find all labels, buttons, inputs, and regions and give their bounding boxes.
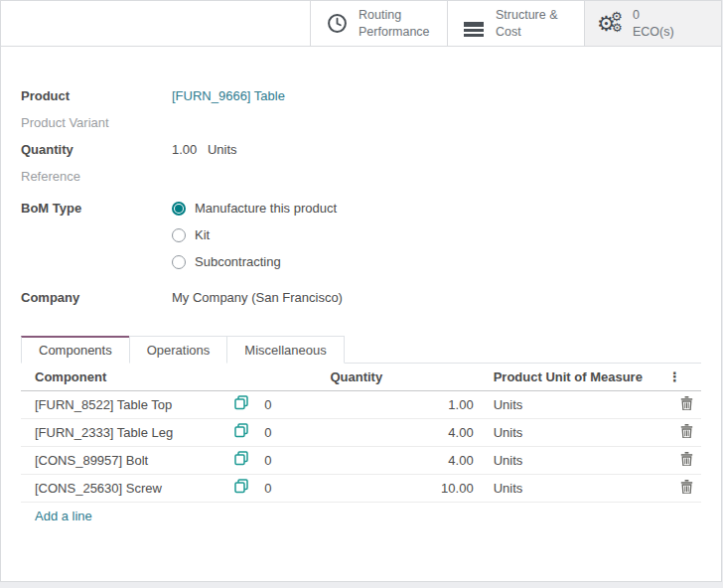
component-cell[interactable]: [FURN_2333] Table Leg: [21, 418, 234, 446]
component-cell[interactable]: [CONS_25630] Screw: [21, 474, 234, 502]
tab-operations[interactable]: Operations: [129, 336, 228, 364]
delete-row-button[interactable]: [668, 390, 701, 418]
reference-label: Reference: [21, 169, 172, 184]
clone-icon[interactable]: [234, 395, 248, 413]
gears-icon: ⚙ ⚙ ⚙: [599, 12, 623, 36]
uom-cell[interactable]: Units: [480, 418, 668, 446]
bom-type-radio-group: Manufacture this product Kit Subcontract…: [172, 195, 337, 275]
eco-count-button[interactable]: ⚙ ⚙ ⚙ 0 ECO(s): [584, 1, 721, 46]
quantity-cell[interactable]: 4.00: [330, 418, 479, 446]
routing-performance-button[interactable]: Routing Performance: [310, 1, 447, 46]
variant-apply-cell[interactable]: [234, 446, 264, 474]
header-uom[interactable]: Product Unit of Measure: [480, 364, 668, 390]
stat-label-line2: Cost: [496, 24, 558, 40]
quantity-cell[interactable]: 4.00: [330, 446, 479, 474]
radio-option-kit[interactable]: Kit: [172, 221, 337, 248]
radio-option-manufacture[interactable]: Manufacture this product: [172, 195, 337, 221]
quantity-label: Quantity: [21, 142, 172, 157]
header-icon-column: [234, 364, 264, 390]
clone-icon[interactable]: [234, 479, 248, 497]
delete-row-button[interactable]: [668, 474, 701, 502]
header-count-column: [264, 364, 330, 390]
product-variant-label: Product Variant: [21, 115, 172, 130]
trash-icon[interactable]: [680, 480, 693, 497]
bom-type-label: BoM Type: [21, 195, 172, 216]
stat-button-label: Routing Performance: [359, 7, 430, 40]
trash-icon[interactable]: [680, 424, 693, 441]
radio-unselected-icon[interactable]: [172, 228, 186, 242]
field-row-quantity: Quantity 1.00 Units: [21, 136, 701, 163]
variant-apply-cell[interactable]: [234, 390, 264, 418]
quantity-uom: Units: [208, 142, 237, 157]
table-row[interactable]: [CONS_89957] Bolt 0 4.00 Units: [21, 446, 701, 474]
eco-label: ECO(s): [633, 24, 674, 40]
form-body: Product [FURN_9666] Table Product Varian…: [1, 47, 721, 311]
company-value[interactable]: My Company (San Francisco): [172, 290, 343, 305]
field-row-reference: Reference: [21, 163, 701, 190]
field-row-product-variant: Product Variant: [21, 109, 701, 136]
radio-option-label: Manufacture this product: [195, 201, 337, 216]
quantity-number[interactable]: 1.00: [172, 142, 197, 157]
kebab-icon[interactable]: ⋮: [668, 369, 681, 384]
stat-label-line1: Structure &: [496, 7, 558, 23]
variant-apply-cell[interactable]: [234, 418, 264, 446]
header-component[interactable]: Component: [21, 364, 234, 390]
stat-button-label: 0 ECO(s): [633, 7, 674, 40]
product-label: Product: [21, 88, 172, 103]
field-row-product: Product [FURN_9666] Table: [21, 82, 701, 109]
radio-selected-icon[interactable]: [172, 202, 186, 216]
stat-label-line1: Routing: [359, 7, 430, 23]
structure-cost-button[interactable]: Structure & Cost: [447, 1, 584, 46]
quantity-value[interactable]: 1.00 Units: [172, 142, 237, 157]
statusbar: Routing Performance Structure & Cost ⚙ ⚙…: [1, 1, 721, 47]
variant-apply-cell[interactable]: [234, 474, 264, 502]
clock-icon: [325, 13, 349, 34]
count-cell[interactable]: 0: [264, 474, 330, 502]
table-row[interactable]: [CONS_25630] Screw 0 10.00 Units: [21, 474, 701, 502]
product-value-link[interactable]: [FURN_9666] Table: [172, 88, 285, 103]
trash-icon[interactable]: [680, 452, 693, 469]
count-cell[interactable]: 0: [264, 418, 330, 446]
tab-miscellaneous[interactable]: Miscellaneous: [226, 336, 344, 364]
count-cell[interactable]: 0: [264, 390, 330, 418]
clone-icon[interactable]: [234, 423, 248, 441]
stat-label-line2: Performance: [359, 24, 430, 40]
quantity-cell[interactable]: 1.00: [330, 390, 479, 418]
radio-unselected-icon[interactable]: [172, 255, 186, 269]
tab-components[interactable]: Components: [21, 336, 130, 364]
radio-option-label: Kit: [195, 227, 210, 242]
table-header-row: Component Quantity Product Unit of Measu…: [21, 364, 701, 390]
bars-icon: [462, 20, 486, 27]
uom-cell[interactable]: Units: [480, 390, 668, 418]
component-cell[interactable]: [FURN_8522] Table Top: [21, 390, 234, 418]
tab-bar: Components Operations Miscellaneous: [21, 336, 701, 364]
optional-columns-toggle[interactable]: ⋮: [668, 364, 701, 390]
uom-cell[interactable]: Units: [480, 446, 668, 474]
stat-button-label: Structure & Cost: [496, 7, 558, 40]
clone-icon[interactable]: [234, 451, 248, 469]
delete-row-button[interactable]: [668, 418, 701, 446]
radio-option-label: Subcontracting: [195, 254, 281, 269]
header-quantity[interactable]: Quantity: [330, 364, 479, 390]
radio-option-subcontracting[interactable]: Subcontracting: [172, 248, 337, 275]
field-row-company: Company My Company (San Francisco): [21, 284, 701, 311]
company-label: Company: [21, 290, 172, 305]
delete-row-button[interactable]: [668, 446, 701, 474]
uom-cell[interactable]: Units: [480, 474, 668, 502]
add-line-cell: Add a line: [21, 502, 701, 529]
quantity-cell[interactable]: 10.00: [330, 474, 479, 502]
components-table: Component Quantity Product Unit of Measu…: [21, 364, 701, 529]
add-line-row: Add a line: [21, 502, 701, 529]
bom-form-sheet: Routing Performance Structure & Cost ⚙ ⚙…: [0, 0, 722, 582]
table-row[interactable]: [FURN_8522] Table Top 0 1.00 Units: [21, 390, 701, 418]
notebook: Components Operations Miscellaneous Comp…: [21, 336, 701, 529]
table-row[interactable]: [FURN_2333] Table Leg 0 4.00 Units: [21, 418, 701, 446]
count-cell[interactable]: 0: [264, 446, 330, 474]
eco-count-value: 0: [633, 7, 674, 23]
add-a-line-link[interactable]: Add a line: [35, 509, 92, 523]
field-row-bom-type: BoM Type Manufacture this product Kit Su…: [21, 195, 701, 275]
component-cell[interactable]: [CONS_89957] Bolt: [21, 446, 234, 474]
trash-icon[interactable]: [680, 396, 693, 413]
